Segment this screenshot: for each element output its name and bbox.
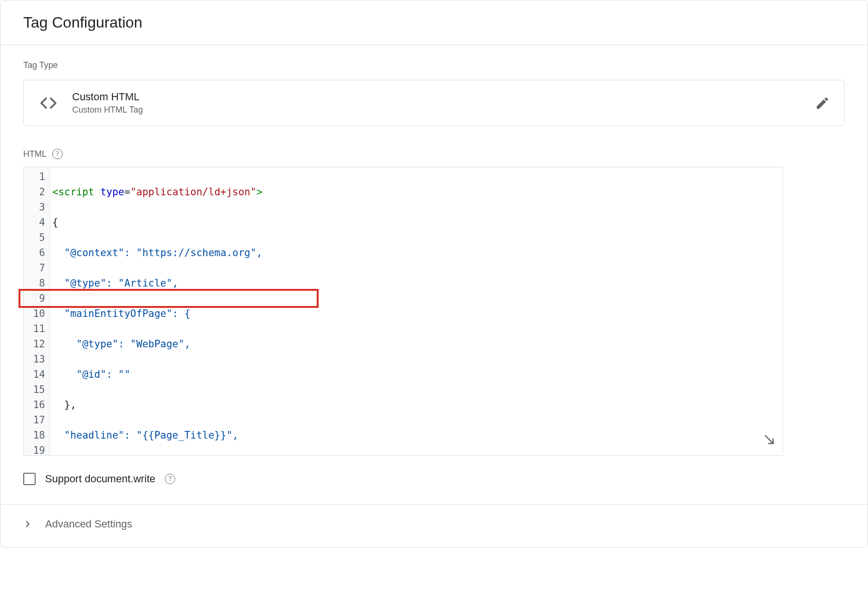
tag-type-subtitle: Custom HTML Tag [72,105,802,115]
svg-line-0 [765,436,773,443]
tag-type-text: Custom HTML Custom HTML Tag [72,91,802,115]
line-number: 1 [31,169,45,184]
support-document-write-checkbox[interactable] [23,473,36,485]
line-number: 14 [31,367,45,382]
panel-body: Tag Type Custom HTML Custom HTML Tag HTM… [0,45,868,485]
advanced-settings-label: Advanced Settings [45,518,132,530]
help-icon[interactable]: ? [165,474,175,484]
support-document-write-label: Support document.write [45,473,155,485]
line-number: 7 [31,260,45,276]
tag-configuration-panel: Tag Configuration Tag Type Custom HTML C… [0,0,868,548]
line-number: 8 [31,276,45,291]
panel-title: Tag Configuration [23,14,845,31]
line-number: 4 [31,215,45,230]
code-area[interactable]: <script type="application/ld+json"> { "@… [50,167,783,455]
line-number: 3 [31,200,45,215]
line-number: 10 [31,306,45,321]
line-number: 13 [31,352,45,367]
line-number: 15 [31,382,45,397]
line-number: 11 [31,321,45,336]
line-number: 18 [31,428,45,443]
code-brackets-icon [38,93,59,114]
html-field-label: HTML [23,149,47,159]
tag-type-selector[interactable]: Custom HTML Custom HTML Tag [23,80,845,126]
help-icon[interactable]: ? [52,149,63,159]
html-field-label-row: HTML ? [23,149,845,159]
panel-header: Tag Configuration [0,0,868,45]
line-number: 17 [31,412,45,428]
chevron-right-icon [23,520,32,528]
pencil-icon[interactable] [815,96,830,111]
html-editor-wrap: 1 2 3 4 5 6 7 8 9 10 11 12 13 14 15 16 1 [23,167,845,456]
html-editor[interactable]: 1 2 3 4 5 6 7 8 9 10 11 12 13 14 15 16 1 [23,167,783,456]
tag-type-label: Tag Type [23,60,845,70]
line-number: 9 [31,291,45,306]
line-number-gutter: 1 2 3 4 5 6 7 8 9 10 11 12 13 14 15 16 1 [24,167,50,455]
tag-type-title: Custom HTML [72,91,802,103]
line-number: 16 [31,397,45,412]
line-number: 19 [31,443,45,456]
advanced-settings-toggle[interactable]: Advanced Settings [0,505,868,547]
line-number: 12 [31,336,45,352]
line-number: 5 [31,230,45,245]
support-document-write-row: Support document.write ? [23,473,845,485]
line-number: 6 [31,245,45,260]
line-number: 2 [31,184,45,200]
resize-handle-icon[interactable] [763,433,776,450]
